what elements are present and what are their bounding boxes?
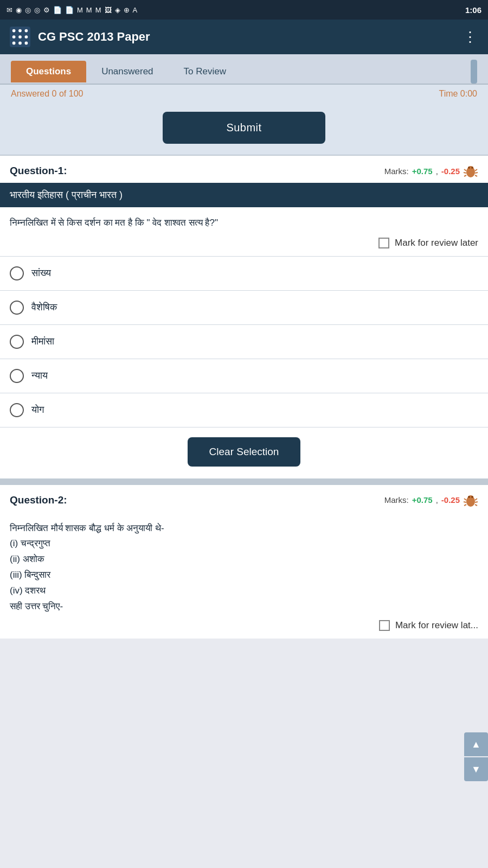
svg-line-26	[464, 505, 466, 506]
option-1-3-text: मीमांसा	[31, 336, 54, 347]
marks-separator-2: ,	[436, 495, 438, 505]
scroll-down-button[interactable]: ▼	[464, 757, 488, 781]
option-1-2-text: वैशेषिक	[31, 302, 57, 313]
question-2-line-5: सही उत्तर चुनिए-	[10, 599, 478, 615]
clear-selection-button[interactable]: Clear Selection	[188, 437, 301, 467]
status-icons: ✉ ◉ ◎ ◎ ⚙ 📄 📄 M M M 🖼 ◈ ⊕ A	[7, 6, 137, 14]
question-1-category: भारतीय इतिहास ( प्राचीन भारत )	[0, 183, 488, 207]
settings-icon: ⚙	[43, 6, 50, 14]
svg-point-7	[12, 42, 16, 45]
tab-questions[interactable]: Questions	[11, 61, 86, 82]
marks-label: Marks:	[384, 167, 409, 176]
question-2-review-checkbox[interactable]	[379, 620, 390, 631]
option-1-1-radio[interactable]	[10, 266, 24, 280]
svg-line-19	[475, 175, 477, 176]
app-header: CG PSC 2013 Paper ⋮	[0, 20, 488, 54]
question-1-header: Question-1: Marks: +0.75 , -0.25	[0, 156, 488, 183]
bug-icon-2[interactable]	[463, 493, 478, 508]
timer: Time 0:00	[439, 89, 477, 99]
header-title: CG PSC 2013 Paper	[38, 30, 150, 44]
scroll-buttons: ▲ ▼	[464, 732, 488, 781]
font-icon: A	[133, 6, 138, 14]
option-1-5[interactable]: योग	[0, 393, 488, 427]
question-2-card: Question-2: Marks: +0.75 , -0.25 निम्नलि…	[0, 484, 488, 639]
option-1-3[interactable]: मीमांसा	[0, 324, 488, 359]
option-1-2[interactable]: वैशेषिक	[0, 290, 488, 324]
svg-point-4	[12, 35, 16, 39]
svg-line-27	[475, 499, 477, 500]
svg-point-2	[18, 29, 22, 33]
question-1-card: Question-1: Marks: +0.75 , -0.25 भारतीय …	[0, 155, 488, 478]
scrollbar-thumb	[471, 60, 477, 84]
svg-line-24	[464, 499, 466, 500]
photo-icon: 🖼	[105, 6, 112, 14]
option-1-4-text: न्याय	[31, 370, 48, 381]
tab-to-review[interactable]: To Review	[169, 61, 241, 82]
answered-count: Answered 0 of 100	[11, 89, 83, 99]
submit-area: Submit	[0, 103, 488, 155]
marks-positive: +0.75	[412, 167, 433, 176]
option-1-2-radio[interactable]	[10, 301, 24, 315]
option-1-4-radio[interactable]	[10, 369, 24, 383]
question-1-text: निम्नलिखित में से किस दर्शन का मत है कि …	[0, 207, 488, 234]
status-time: 1:06	[465, 5, 481, 15]
question-1-review-checkbox[interactable]	[378, 238, 389, 248]
clear-selection-area: Clear Selection	[0, 427, 488, 478]
question-2-line-4: (iv) दशरथ	[10, 583, 478, 599]
scroll-up-button[interactable]: ▲	[464, 732, 488, 756]
svg-point-8	[18, 42, 22, 45]
question-2-marks: Marks: +0.75 , -0.25	[384, 493, 478, 508]
option-1-1-text: सांख्य	[31, 267, 51, 279]
svg-line-16	[464, 175, 466, 176]
svg-point-5	[18, 35, 22, 39]
question-2-review-row: Mark for review lat...	[0, 617, 488, 639]
svg-line-15	[464, 173, 466, 173]
mail2-icon: M	[86, 6, 92, 14]
svg-line-28	[475, 502, 478, 502]
svg-line-18	[475, 173, 478, 173]
svg-point-12	[468, 167, 470, 169]
svg-point-9	[25, 42, 28, 45]
question-2-header: Question-2: Marks: +0.75 , -0.25	[0, 485, 488, 512]
question-2-review-label: Mark for review lat...	[395, 620, 478, 631]
option-1-3-radio[interactable]	[10, 335, 24, 349]
svg-point-23	[471, 496, 473, 498]
mail3-icon: M	[95, 6, 101, 14]
marks-positive-2: +0.75	[412, 495, 433, 505]
marks-negative-2: -0.25	[441, 495, 460, 505]
question-2-line-1: (i) चन्द्रगुप्त	[10, 536, 478, 552]
svg-point-3	[25, 29, 28, 33]
question-2-text: निम्नलिखित मौर्य शासक बौद्ध धर्म के अनुय…	[0, 512, 488, 617]
submit-button[interactable]: Submit	[163, 112, 325, 144]
svg-point-6	[25, 35, 28, 39]
svg-point-22	[468, 496, 470, 498]
notification-icon: ✉	[7, 6, 12, 14]
info-bar: Answered 0 of 100 Time 0:00	[0, 85, 488, 103]
question-2-line-2: (ii) अशोक	[10, 552, 478, 567]
option-1-4[interactable]: न्याय	[0, 359, 488, 393]
chrome2-icon: ◎	[34, 6, 40, 14]
more-options-button[interactable]: ⋮	[463, 29, 478, 46]
header-left: CG PSC 2013 Paper	[10, 27, 150, 47]
option-1-1[interactable]: सांख्य	[0, 256, 488, 290]
vpn-icon: ◉	[16, 6, 22, 14]
mail-icon: M	[77, 6, 83, 14]
question-2-line-0: निम्नलिखित मौर्य शासक बौद्ध धर्म के अनुय…	[10, 521, 478, 537]
bug-icon[interactable]	[463, 163, 478, 178]
question-1-review-row: Mark for review later	[0, 234, 488, 256]
svg-point-1	[12, 29, 16, 33]
app-icon: ⊕	[124, 6, 130, 14]
marks-separator: ,	[436, 167, 438, 176]
option-1-5-text: योग	[31, 404, 44, 416]
misc-icon: ◈	[115, 6, 120, 14]
question-1-review-label: Mark for review later	[395, 238, 478, 248]
question-1-number: Question-1:	[10, 165, 67, 177]
file2-icon: 📄	[65, 6, 74, 14]
option-1-5-radio[interactable]	[10, 403, 24, 417]
app-logo	[10, 27, 30, 47]
marks-negative: -0.25	[441, 167, 460, 176]
tab-unanswered[interactable]: Unanswered	[86, 61, 168, 82]
svg-line-17	[475, 169, 477, 171]
question-2-number: Question-2:	[10, 494, 67, 506]
tab-bar: Questions Unanswered To Review	[0, 54, 488, 85]
